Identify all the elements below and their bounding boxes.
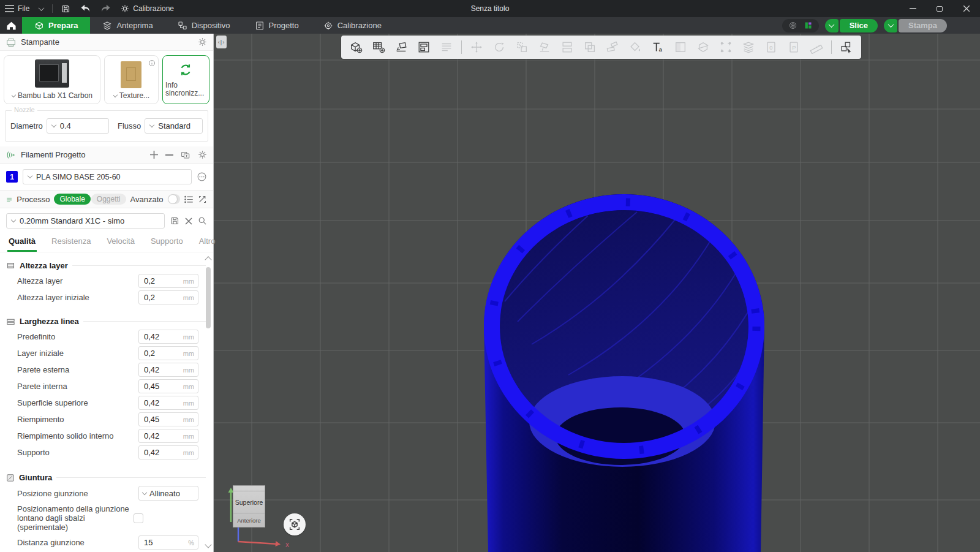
seam-gap-input[interactable]: 15% bbox=[138, 535, 198, 550]
toolbar-lay-on-face-button[interactable] bbox=[533, 37, 556, 58]
printer-settings-button[interactable] bbox=[198, 37, 207, 47]
tab-quality[interactable]: Qualità bbox=[7, 233, 37, 252]
filament-settings-button[interactable] bbox=[198, 150, 207, 159]
sidebar-collapse-handle[interactable]: ‹|› bbox=[216, 36, 227, 48]
sync-filament-list-button[interactable] bbox=[181, 151, 190, 159]
toolbar-text-button[interactable]: a bbox=[647, 37, 669, 58]
redo-button[interactable] bbox=[96, 0, 116, 17]
setting-unit: mm bbox=[183, 350, 198, 357]
seam-position-select[interactable]: Allineato bbox=[138, 486, 198, 501]
filament-select[interactable]: PLA SIMO BASE 205-60 bbox=[23, 169, 192, 184]
save-preset-button[interactable] bbox=[170, 216, 179, 225]
printer-card[interactable]: Bambu Lab X1 Carbon bbox=[4, 55, 100, 104]
infill-line-width-input[interactable]: 0,45mm bbox=[138, 412, 198, 426]
target-icon[interactable] bbox=[788, 21, 797, 30]
file-menu[interactable]: File bbox=[0, 0, 34, 17]
view-cube[interactable]: Superiore Anteriore bbox=[233, 485, 265, 527]
minimize-button[interactable] bbox=[899, 0, 926, 17]
toolbar-add-plate-button[interactable] bbox=[368, 37, 390, 58]
support-line-width-input[interactable]: 0,42mm bbox=[138, 445, 198, 459]
plate-card[interactable]: Texture... bbox=[104, 55, 159, 104]
scrollbar-thumb[interactable] bbox=[206, 267, 211, 328]
toolbar-rotate-button[interactable] bbox=[488, 37, 510, 58]
tab-preview[interactable]: Anteprima bbox=[90, 17, 165, 34]
sync-info-card[interactable]: Info sincronizz... bbox=[162, 55, 209, 104]
settings-scrollbar[interactable] bbox=[204, 254, 213, 551]
save-button[interactable] bbox=[56, 0, 75, 17]
setting-value: 0,2 bbox=[139, 276, 155, 285]
toolbar-assembly-view-button[interactable] bbox=[835, 37, 858, 58]
setting-label: Parete interna bbox=[17, 380, 138, 392]
toolbar-split-objects-button[interactable] bbox=[556, 37, 578, 58]
plate-layout-icon[interactable] bbox=[804, 21, 813, 30]
diameter-select[interactable]: 0.4 bbox=[47, 118, 109, 134]
initial-layer-height-input[interactable]: 0,2mm bbox=[138, 290, 198, 304]
view-cube-front-face[interactable]: Anteriore bbox=[233, 513, 265, 527]
filament-slot-badge[interactable]: 1 bbox=[6, 171, 18, 183]
top-surface-line-width-input[interactable]: 0,42mm bbox=[138, 396, 198, 410]
model-cylinder[interactable] bbox=[484, 194, 764, 552]
toolbar-scale-button[interactable] bbox=[511, 37, 533, 58]
group-title: Larghezza linea bbox=[20, 317, 79, 326]
toolbar-arrange-button[interactable] bbox=[413, 37, 435, 58]
scroll-down-arrow[interactable] bbox=[205, 541, 211, 548]
home-button[interactable] bbox=[0, 17, 22, 34]
default-line-width-input[interactable]: 0,42mm bbox=[138, 330, 198, 344]
internal-solid-infill-line-width-input[interactable]: 0,42mm bbox=[138, 429, 198, 443]
tab-prepare[interactable]: Prepara bbox=[22, 17, 90, 34]
toolbar-seam-button[interactable] bbox=[715, 37, 737, 58]
toolbar-add-object-button[interactable] bbox=[345, 37, 367, 58]
tab-calibration[interactable]: Calibrazione bbox=[311, 17, 394, 34]
process-preset-select[interactable]: 0.20mm Standard X1C - simo bbox=[6, 213, 165, 229]
compare-presets-button[interactable] bbox=[198, 195, 207, 204]
toolbar-paint-button[interactable] bbox=[601, 37, 624, 58]
tab-speed[interactable]: Velocità bbox=[105, 233, 136, 252]
toolbar-variable-layer-height-button[interactable] bbox=[737, 37, 760, 58]
outer-wall-line-width-input[interactable]: 0,42mm bbox=[138, 363, 198, 377]
add-filament-button[interactable] bbox=[150, 151, 158, 159]
calibration-menu[interactable]: Calibrazione bbox=[116, 0, 179, 17]
initial-layer-line-width-input[interactable]: 0,2mm bbox=[138, 346, 198, 360]
info-icon[interactable] bbox=[148, 58, 156, 69]
reset-preset-button[interactable] bbox=[185, 217, 192, 225]
viewport-3d[interactable]: x ‹|› a0P Superiore Anteriore bbox=[214, 34, 980, 552]
toolbar-clone-0-button[interactable]: 0 bbox=[760, 37, 782, 58]
toolbar-measure-button[interactable] bbox=[805, 37, 827, 58]
advanced-toggle[interactable] bbox=[168, 194, 181, 204]
toolbar-clone-p-button[interactable]: P bbox=[783, 37, 805, 58]
toolbar-pattern-button[interactable] bbox=[669, 37, 692, 58]
tab-support[interactable]: Supporto bbox=[149, 233, 184, 252]
parameter-list-button[interactable] bbox=[184, 195, 194, 203]
flow-select[interactable]: Standard bbox=[145, 118, 203, 134]
toolbar-fill-color-button[interactable] bbox=[624, 37, 646, 58]
tab-strength[interactable]: Resistenza bbox=[50, 233, 92, 252]
filament-more-button[interactable] bbox=[197, 172, 207, 182]
scroll-up-arrow[interactable] bbox=[205, 256, 211, 263]
maximize-button[interactable] bbox=[926, 0, 953, 17]
view-cube-top-face[interactable]: Superiore bbox=[233, 491, 265, 513]
toolbar-split-plate-button[interactable] bbox=[435, 37, 458, 58]
inner-wall-line-width-input[interactable]: 0,45mm bbox=[138, 379, 198, 393]
tab-others[interactable]: Altro bbox=[198, 233, 217, 252]
save-icon bbox=[61, 4, 70, 13]
slice-options-button[interactable] bbox=[825, 19, 839, 32]
slice-button[interactable]: Slice bbox=[840, 19, 878, 32]
close-button[interactable] bbox=[953, 0, 980, 17]
file-menu-expander[interactable] bbox=[34, 0, 48, 17]
tab-device[interactable]: Dispositivo bbox=[165, 17, 243, 34]
undo-button[interactable] bbox=[75, 0, 96, 17]
orbit-reset-button[interactable] bbox=[284, 513, 306, 535]
search-settings-button[interactable] bbox=[198, 216, 207, 225]
remove-filament-button[interactable] bbox=[165, 154, 173, 156]
scope-objects-pill[interactable]: Oggetti bbox=[91, 194, 126, 205]
toolbar-merge-button[interactable] bbox=[579, 37, 601, 58]
print-button[interactable]: Stampa bbox=[899, 19, 947, 32]
toolbar-cut-button[interactable] bbox=[692, 37, 714, 58]
toolbar-auto-orient-button[interactable] bbox=[390, 37, 412, 58]
print-options-button[interactable] bbox=[884, 19, 897, 32]
seam-away-checkbox[interactable] bbox=[134, 513, 143, 523]
toolbar-move-button[interactable] bbox=[466, 37, 488, 58]
scope-global-pill[interactable]: Globale bbox=[54, 194, 90, 205]
tab-project[interactable]: Progetto bbox=[243, 17, 311, 34]
layer-height-input[interactable]: 0,2mm bbox=[138, 274, 198, 288]
